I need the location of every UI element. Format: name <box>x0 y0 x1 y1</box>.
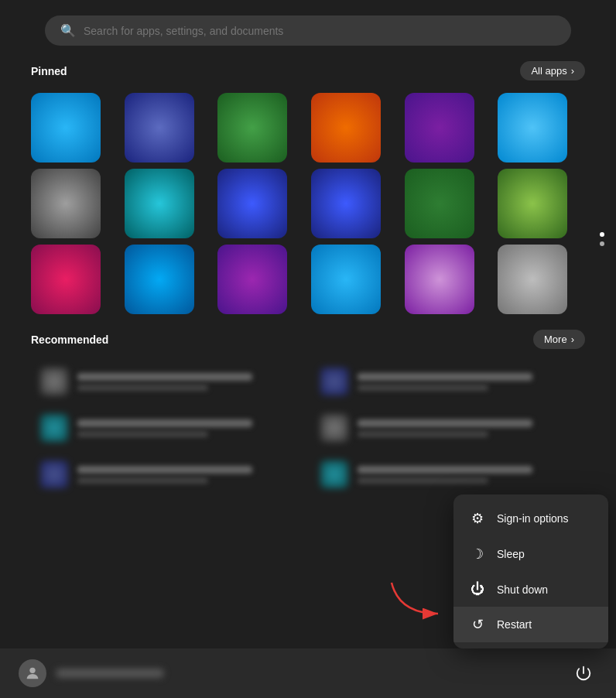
pinned-section-header: Pinned All apps › <box>31 61 585 80</box>
search-icon: 🔍 <box>60 23 76 38</box>
restart-label: Restart <box>497 618 532 631</box>
rec-item-3[interactable] <box>311 408 585 448</box>
pinned-app-3[interactable] <box>311 93 381 163</box>
pinned-app-10[interactable] <box>405 169 474 238</box>
all-apps-label: All apps <box>531 65 566 77</box>
rec-text-5 <box>358 466 576 484</box>
rec-name-5 <box>358 466 532 474</box>
restart-icon: ↺ <box>469 616 486 633</box>
power-menu-sign-in-options[interactable]: ⚙ Sign-in options <box>453 501 608 536</box>
rec-text-0 <box>77 373 296 391</box>
sign-in-options-icon: ⚙ <box>469 510 486 527</box>
avatar <box>19 659 46 687</box>
pinned-app-1[interactable] <box>125 93 194 163</box>
rec-name-2 <box>77 419 252 427</box>
rec-name-1 <box>358 373 532 381</box>
pinned-app-4[interactable] <box>405 93 474 163</box>
pinned-app-7[interactable] <box>125 169 194 238</box>
search-input[interactable] <box>84 25 556 37</box>
recommended-title: Recommended <box>31 334 108 346</box>
rec-text-1 <box>358 373 576 391</box>
pagination-dot-2 <box>600 241 604 246</box>
rec-sub-3 <box>358 431 488 437</box>
pagination-dots <box>600 232 604 246</box>
arrow-annotation <box>384 575 446 624</box>
username-display <box>56 669 164 678</box>
rec-text-2 <box>77 419 296 437</box>
pinned-apps-grid <box>31 93 585 314</box>
sleep-label: Sleep <box>497 548 525 560</box>
rec-item-1[interactable] <box>311 361 585 402</box>
rec-icon-0 <box>40 368 68 395</box>
shut-down-icon: ⏻ <box>469 581 486 597</box>
rec-icon-1 <box>320 368 348 395</box>
pinned-app-0[interactable] <box>31 93 101 163</box>
pinned-app-17[interactable] <box>498 245 567 314</box>
rec-sub-2 <box>77 431 208 437</box>
more-button[interactable]: More › <box>533 330 585 349</box>
chevron-right-icon: › <box>571 334 574 345</box>
rec-item-5[interactable] <box>311 454 585 494</box>
pinned-app-6[interactable] <box>31 169 101 238</box>
rec-icon-3 <box>320 414 348 442</box>
power-button[interactable] <box>570 659 597 687</box>
pinned-app-5[interactable] <box>498 93 567 163</box>
rec-icon-2 <box>40 414 68 442</box>
pinned-app-15[interactable] <box>311 245 381 314</box>
rec-sub-5 <box>358 477 488 484</box>
rec-icon-5 <box>320 460 348 488</box>
pinned-app-14[interactable] <box>217 245 287 314</box>
rec-name-4 <box>77 466 252 474</box>
power-menu-sleep[interactable]: ☽ Sleep <box>453 536 608 572</box>
bottom-bar <box>0 648 616 698</box>
all-apps-button[interactable]: All apps › <box>520 61 585 80</box>
pinned-title: Pinned <box>31 65 67 77</box>
recommended-grid <box>31 361 585 494</box>
more-label: More <box>544 334 567 345</box>
pinned-app-12[interactable] <box>31 245 101 314</box>
rec-text-3 <box>358 419 576 437</box>
rec-sub-4 <box>77 477 208 484</box>
pinned-app-9[interactable] <box>311 169 381 238</box>
rec-sub-1 <box>358 385 488 391</box>
search-bar[interactable]: 🔍 <box>45 15 571 46</box>
pinned-app-2[interactable] <box>217 93 287 163</box>
rec-name-3 <box>358 419 532 427</box>
rec-name-0 <box>77 373 252 381</box>
pinned-app-11[interactable] <box>498 169 567 238</box>
power-menu-restart[interactable]: ↺ Restart <box>453 607 608 642</box>
shut-down-label: Shut down <box>497 583 548 596</box>
pinned-app-16[interactable] <box>405 245 474 314</box>
rec-item-2[interactable] <box>31 408 305 448</box>
pinned-app-8[interactable] <box>217 169 287 238</box>
power-menu-shut-down[interactable]: ⏻ Shut down <box>453 572 608 607</box>
recommended-section-header: Recommended More › <box>31 330 585 349</box>
svg-point-1 <box>29 668 35 673</box>
rec-item-4[interactable] <box>31 454 305 494</box>
sign-in-options-label: Sign-in options <box>497 512 569 525</box>
rec-text-4 <box>77 466 296 484</box>
sleep-icon: ☽ <box>469 546 486 563</box>
main-content: Pinned All apps › Recommended More › <box>0 46 616 494</box>
rec-item-0[interactable] <box>31 361 305 402</box>
chevron-right-icon: › <box>571 65 574 77</box>
rec-icon-4 <box>40 460 68 488</box>
user-section[interactable] <box>19 659 164 687</box>
power-context-menu: ⚙ Sign-in options ☽ Sleep ⏻ Shut down ↺ … <box>453 494 608 648</box>
rec-sub-0 <box>77 385 208 391</box>
pagination-dot-1 <box>600 232 604 237</box>
pinned-app-13[interactable] <box>125 245 194 314</box>
